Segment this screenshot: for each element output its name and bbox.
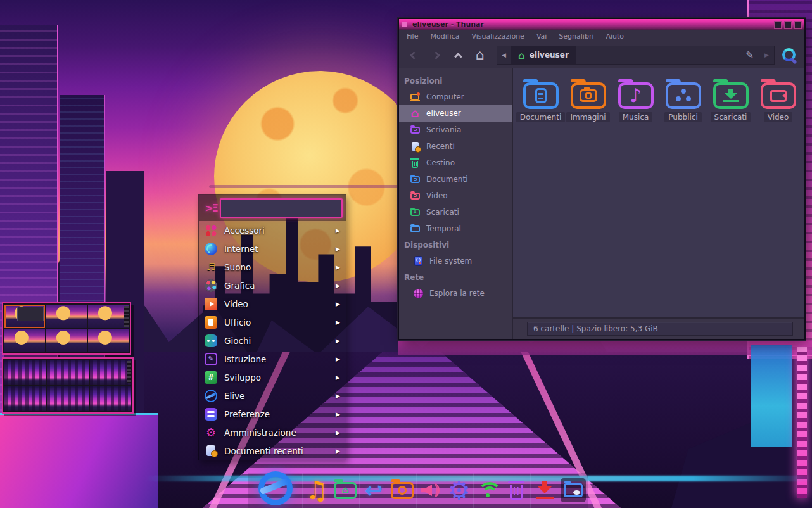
path-label: eliveuser <box>530 51 569 60</box>
menu-item-giochi[interactable]: Giochi ▶ <box>199 331 346 350</box>
menu-segnalibri[interactable]: Segnalibri <box>559 32 593 41</box>
sidebar-header-posizioni: Posizioni <box>399 73 512 89</box>
menu-item-video[interactable]: Video ▶ <box>199 295 346 313</box>
pager-desktop-6[interactable] <box>88 329 129 353</box>
desktop-pager-2[interactable] <box>2 357 134 414</box>
path-scroll-left-button[interactable]: ◀ <box>497 46 511 64</box>
menu-item-preferenze[interactable]: Preferenze ▶ <box>199 405 346 423</box>
pager-desktop-5[interactable] <box>46 329 87 353</box>
home-button[interactable] <box>472 47 488 63</box>
pager-desktop-2[interactable] <box>46 305 87 328</box>
menu-item-suono[interactable]: Suono ▶ <box>199 258 346 276</box>
minimize-button[interactable] <box>774 21 782 29</box>
sidebar-item-scrivania[interactable]: Scrivania <box>399 122 512 138</box>
dock-back[interactable] <box>359 473 388 508</box>
dock-file-manager[interactable] <box>331 473 359 508</box>
file-view[interactable]: Documenti Immagini Musica Pubblici <box>513 68 804 317</box>
menu-search-input[interactable] <box>220 198 343 218</box>
pager-grid <box>4 360 131 411</box>
sidebar-item-documenti[interactable]: Documenti <box>399 171 512 187</box>
sidebar-item-video[interactable]: Video <box>399 187 512 204</box>
dock-thunar[interactable] <box>559 473 587 508</box>
up-button[interactable] <box>450 47 466 63</box>
pager-desktop-4[interactable] <box>4 329 45 353</box>
sidebar-item-temporal[interactable]: Temporal <box>399 220 512 237</box>
menu-aiuto[interactable]: Aiuto <box>606 32 624 41</box>
education-icon <box>205 353 217 365</box>
titlebar[interactable]: eliveuser - Thunar <box>399 19 804 30</box>
window-body: Posizioni Computer eliveuser Scrivania R… <box>399 68 804 339</box>
menu-item-ufficio[interactable]: Ufficio ▶ <box>199 313 346 331</box>
speaker-icon <box>420 481 441 500</box>
window-icon <box>402 22 407 27</box>
wallpaper-cloud <box>209 185 418 188</box>
menu-item-istruzione[interactable]: Istruzione ▶ <box>199 350 346 368</box>
dock-screenshot-tool[interactable] <box>388 473 416 508</box>
sidebar-item-esplora-la-rete[interactable]: Esplora la rete <box>399 285 512 302</box>
dock-network-wifi[interactable] <box>473 473 502 508</box>
back-button[interactable] <box>405 47 422 63</box>
file-musica[interactable]: Musica <box>612 76 659 122</box>
file-scaricati[interactable]: Scaricati <box>707 76 754 122</box>
dock-settings[interactable] <box>445 473 473 508</box>
sidebar-item-computer[interactable]: Computer <box>399 89 512 105</box>
menu-item-sviluppo[interactable]: Sviluppo ▶ <box>199 368 346 386</box>
file-pubblici[interactable]: Pubblici <box>659 76 707 122</box>
thunar-mouse-folder-icon <box>561 478 586 502</box>
pager-grip[interactable] <box>127 361 131 383</box>
pager2-desktop-1[interactable] <box>4 360 46 385</box>
dock-music-player[interactable] <box>302 473 331 508</box>
submenu-arrow-icon: ▶ <box>336 411 340 417</box>
pager2-desktop-5[interactable] <box>47 386 88 412</box>
menu-item-documenti-recenti[interactable]: Documenti recenti ▶ <box>199 441 346 460</box>
pager2-desktop-4[interactable] <box>4 386 46 412</box>
images-folder-icon <box>571 82 606 109</box>
search-button[interactable] <box>781 47 798 64</box>
sidebar-item-file-system[interactable]: File system <box>399 253 512 269</box>
sidebar-item-scaricati[interactable]: Scaricati <box>399 204 512 220</box>
dock-trash[interactable] <box>502 473 530 508</box>
dock-elive-launcher[interactable] <box>248 473 302 508</box>
menu-item-accessori[interactable]: Accessori ▶ <box>199 221 346 239</box>
sidebar-item-recenti[interactable]: Recenti <box>399 138 512 155</box>
pager-grip[interactable] <box>124 306 129 327</box>
wallpaper-pink-band <box>398 340 812 355</box>
desktop-pager-1[interactable] <box>2 302 131 355</box>
menu-item-grafica[interactable]: Grafica ▶ <box>199 276 346 295</box>
elive-logo-icon <box>205 390 217 402</box>
path-current-folder[interactable]: eliveuser <box>511 46 576 64</box>
camera-folder-icon <box>391 482 414 499</box>
menu-modifica[interactable]: Modifica <box>430 32 459 41</box>
path-bar[interactable]: ◀ eliveuser ▶ <box>497 46 775 65</box>
file-immagini[interactable]: Immagini <box>564 76 612 122</box>
wallpaper-neon-wall-bottom-left <box>0 413 158 508</box>
file-video[interactable]: Video <box>754 76 802 122</box>
pager2-desktop-2[interactable] <box>47 360 88 385</box>
pager2-desktop-3[interactable] <box>90 360 131 385</box>
network-globe-icon <box>412 287 424 300</box>
pager2-desktop-6[interactable] <box>90 386 131 412</box>
menu-file[interactable]: File <box>407 32 418 41</box>
close-button[interactable] <box>794 21 802 29</box>
sidebar-item-eliveuser[interactable]: eliveuser <box>399 105 512 122</box>
menu-item-elive[interactable]: Elive ▶ <box>199 386 346 405</box>
file-documenti[interactable]: Documenti <box>517 76 564 122</box>
menu-visualizzazione[interactable]: Visualizzazione <box>471 32 524 41</box>
harddrive-icon <box>412 255 424 267</box>
menu-vai[interactable]: Vai <box>536 32 547 41</box>
dock-volume-control[interactable] <box>416 473 445 508</box>
menu-item-amministrazione[interactable]: Amministrazione ▶ <box>199 423 346 441</box>
downloads-folder-icon <box>713 82 749 109</box>
dock-download-manager[interactable] <box>530 473 559 508</box>
maximize-button[interactable] <box>784 21 792 29</box>
submenu-arrow-icon: ▶ <box>336 301 340 307</box>
path-scroll-right-button[interactable]: ▶ <box>759 46 774 64</box>
sidebar-item-cestino[interactable]: Cestino <box>399 155 512 171</box>
pager-desktop-3[interactable] <box>88 305 129 328</box>
pager-desktop-1-active[interactable] <box>4 305 45 328</box>
forward-icon <box>432 51 440 60</box>
edit-path-button[interactable] <box>740 46 759 64</box>
forward-button[interactable] <box>428 47 444 63</box>
menu-item-internet[interactable]: Internet ▶ <box>199 239 346 258</box>
trash-icon <box>510 485 523 500</box>
